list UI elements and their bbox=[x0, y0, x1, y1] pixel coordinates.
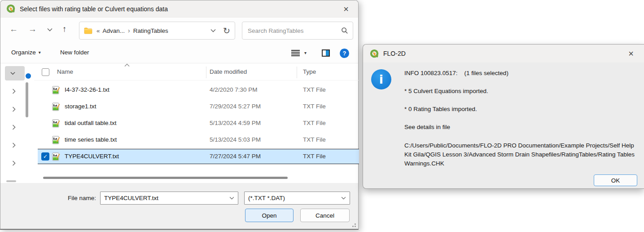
file-name: time series table.txt bbox=[65, 136, 117, 143]
column-header-type[interactable]: Type bbox=[303, 68, 316, 75]
column-header-name[interactable]: Name bbox=[57, 68, 73, 75]
chevron-right-icon[interactable] bbox=[12, 125, 16, 130]
chevron-down-icon[interactable] bbox=[341, 196, 346, 200]
chevron-right-icon[interactable] bbox=[12, 107, 16, 112]
txt-file-icon bbox=[52, 119, 60, 128]
recent-locations-chevron-icon[interactable] bbox=[47, 28, 53, 31]
file-name: storage1.txt bbox=[65, 103, 96, 110]
up-button[interactable]: ↑ bbox=[62, 24, 67, 34]
dialog-footer: File name: (*.TXT *.DAT) Open Cancel bbox=[0, 183, 358, 229]
close-icon[interactable]: × bbox=[340, 3, 352, 15]
tree-item-expanded[interactable] bbox=[5, 66, 25, 80]
cancel-button[interactable]: Cancel bbox=[300, 209, 350, 222]
help-icon[interactable]: ? bbox=[340, 49, 349, 58]
txt-file-icon bbox=[52, 86, 60, 94]
open-button[interactable]: Open bbox=[245, 209, 294, 222]
breadcrumb-separator-icon: › bbox=[125, 27, 133, 34]
column-divider[interactable] bbox=[206, 67, 206, 78]
txt-file-icon bbox=[52, 103, 60, 111]
organize-caret-icon: ▾ bbox=[39, 50, 41, 55]
dialog-titlebar[interactable]: Select files with rating table or Culver… bbox=[0, 0, 358, 18]
resize-grip[interactable] bbox=[350, 222, 356, 227]
file-type: TXT File bbox=[303, 120, 326, 126]
filter-value: (*.TXT *.DAT) bbox=[248, 195, 341, 201]
column-divider[interactable] bbox=[297, 67, 297, 78]
file-name: tidal outfall table.txt bbox=[65, 120, 117, 126]
search-icon[interactable] bbox=[341, 27, 348, 34]
dialog-titlebar[interactable]: FLO-2D × bbox=[363, 45, 644, 62]
navigation-bar: ← → ↑ « Advan... › RatingTables ↻ bbox=[0, 18, 358, 44]
breadcrumb-overflow[interactable]: « bbox=[96, 27, 100, 34]
file-row[interactable]: tidal outfall table.txt 5/13/2024 4:59 P… bbox=[34, 115, 359, 132]
back-button[interactable]: ← bbox=[9, 24, 18, 34]
tree-horizontal-scrollbar[interactable] bbox=[6, 180, 16, 182]
file-row[interactable]: storage1.txt 7/29/2024 5:27 PM TXT File bbox=[34, 98, 359, 115]
info-line-4: See details in file bbox=[404, 124, 450, 130]
file-type: TXT File bbox=[303, 136, 326, 143]
column-header-date[interactable]: Date modified bbox=[210, 68, 247, 75]
warnings-file-path: C:/Users/Public/Documents/FLO-2D PRO Doc… bbox=[404, 141, 641, 168]
sort-ascending-icon[interactable] bbox=[124, 63, 130, 67]
dialog-title: FLO-2D bbox=[383, 50, 406, 57]
breadcrumb-current[interactable]: RatingTables bbox=[133, 27, 168, 34]
address-bar[interactable]: « Advan... › RatingTables ↻ bbox=[79, 22, 235, 40]
file-name: TYPE4CULVERT.txt bbox=[65, 153, 119, 160]
file-row-selected[interactable]: ✓ TYPE4CULVERT.txt 7/27/2024 5:47 PM TXT… bbox=[38, 149, 359, 164]
file-name-combobox[interactable] bbox=[100, 192, 238, 205]
file-picker-dialog: Select files with rating table or Culver… bbox=[0, 0, 359, 230]
refresh-icon[interactable]: ↻ bbox=[223, 26, 230, 36]
txt-file-icon bbox=[52, 152, 60, 161]
file-date: 4/2/2020 7:30 PM bbox=[210, 86, 258, 93]
info-line-3: * 0 Rating Tables imported. bbox=[404, 106, 477, 112]
ok-button[interactable]: OK bbox=[594, 174, 637, 186]
folder-icon bbox=[84, 27, 92, 34]
info-icon: i bbox=[371, 69, 391, 89]
qgis-logo-icon bbox=[6, 4, 16, 13]
close-icon[interactable]: × bbox=[625, 48, 637, 59]
organize-button[interactable]: Organize ▾ bbox=[11, 49, 41, 56]
chevron-right-icon[interactable] bbox=[12, 161, 16, 166]
new-folder-label: New folder bbox=[60, 49, 89, 56]
file-date: 5/13/2024 4:59 PM bbox=[210, 120, 261, 126]
info-line-1: INFO 100823.0517: (1 files selected) bbox=[404, 70, 508, 76]
qgis-logo-icon bbox=[370, 49, 379, 58]
select-all-checkbox[interactable] bbox=[42, 68, 49, 76]
tree-vertical-scrollbar[interactable] bbox=[26, 82, 28, 117]
forward-button[interactable]: → bbox=[28, 24, 37, 34]
file-type: TXT File bbox=[303, 153, 326, 160]
onedrive-icon bbox=[26, 73, 31, 79]
dialog-title: Select files with rating table or Culver… bbox=[20, 5, 168, 13]
file-date: 5/13/2024 5:03 PM bbox=[210, 136, 261, 143]
file-type-filter-combobox[interactable]: (*.TXT *.DAT) bbox=[244, 192, 350, 205]
file-type: TXT File bbox=[303, 103, 326, 110]
command-toolbar: Organize ▾ New folder ▾ ? bbox=[0, 44, 358, 63]
chevron-down-icon[interactable] bbox=[10, 71, 15, 75]
address-dropdown-chevron-icon[interactable] bbox=[210, 29, 216, 32]
list-horizontal-scrollbar[interactable] bbox=[43, 177, 288, 179]
new-folder-button[interactable]: New folder bbox=[60, 49, 89, 56]
chevron-right-icon[interactable] bbox=[12, 89, 16, 94]
file-type: TXT File bbox=[303, 86, 326, 93]
list-view-icon[interactable] bbox=[291, 50, 300, 57]
search-box[interactable] bbox=[242, 22, 353, 40]
flo2d-info-dialog: FLO-2D × i INFO 100823.0517: (1 files se… bbox=[363, 44, 644, 189]
file-row[interactable]: I4-37-32-26-1.txt 4/2/2020 7:30 PM TXT F… bbox=[34, 82, 359, 98]
file-date: 7/29/2024 5:27 PM bbox=[210, 103, 261, 110]
file-name-label: File name: bbox=[68, 195, 96, 201]
views-caret-icon[interactable]: ▾ bbox=[304, 50, 307, 55]
navigation-tree bbox=[0, 63, 31, 184]
search-input[interactable] bbox=[247, 27, 341, 35]
file-name-input[interactable] bbox=[104, 195, 229, 201]
preview-pane-icon[interactable] bbox=[322, 49, 330, 57]
chevron-right-icon[interactable] bbox=[12, 143, 16, 148]
info-line-2: * 5 Culvert Equations imported. bbox=[404, 88, 488, 94]
breadcrumb-parent[interactable]: Advan... bbox=[103, 27, 125, 34]
file-date: 7/27/2024 5:47 PM bbox=[210, 153, 261, 160]
txt-file-icon bbox=[52, 136, 60, 144]
chevron-down-icon[interactable] bbox=[229, 196, 234, 200]
file-list-header: Name Date modified Type bbox=[34, 65, 359, 80]
organize-label: Organize bbox=[11, 49, 36, 56]
row-checkbox-checked[interactable]: ✓ bbox=[41, 152, 49, 161]
file-name: I4-37-32-26-1.txt bbox=[65, 86, 110, 93]
file-row[interactable]: time series table.txt 5/13/2024 5:03 PM … bbox=[34, 132, 359, 148]
